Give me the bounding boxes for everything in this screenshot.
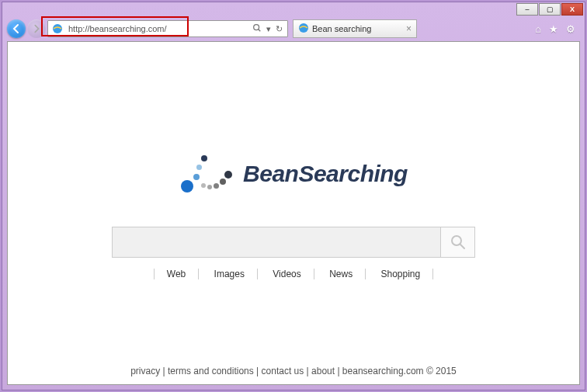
favorites-icon[interactable]: ★	[549, 23, 558, 35]
logo-graphic	[179, 151, 234, 197]
dropdown-icon[interactable]: ▾	[266, 24, 271, 34]
browser-tab[interactable]: Bean searching ×	[293, 19, 417, 38]
toolbar-right-icons: ⌂ ★ ⚙	[535, 23, 580, 35]
tab-title: Bean searching	[312, 24, 371, 33]
search-input[interactable]	[112, 227, 441, 258]
nav-news[interactable]: News	[317, 269, 366, 279]
logo-area: BeanSearching	[8, 151, 579, 197]
nav-web[interactable]: Web	[154, 269, 199, 279]
search-row	[112, 227, 475, 258]
search-button[interactable]	[441, 227, 475, 258]
search-icon[interactable]	[252, 23, 262, 34]
forward-button[interactable]	[27, 19, 46, 38]
svg-line-5	[460, 245, 464, 248]
footer-contact[interactable]: contact us	[262, 366, 304, 376]
minimize-button[interactable]: –	[516, 3, 538, 16]
maximize-button[interactable]: ▢	[539, 3, 561, 16]
browser-window: – ▢ X http://beansearching.com/ ▾ ↻	[2, 2, 585, 390]
arrow-right-icon	[32, 24, 41, 33]
url-text[interactable]: http://beansearching.com/	[67, 24, 248, 33]
close-button[interactable]: X	[561, 3, 583, 16]
footer-about[interactable]: about	[311, 366, 335, 376]
svg-point-4	[452, 236, 461, 245]
nav-images[interactable]: Images	[202, 269, 258, 279]
magnifier-icon	[450, 234, 466, 250]
footer-terms[interactable]: terms and conditions	[168, 366, 254, 376]
ie-logo-icon	[51, 23, 64, 35]
category-nav: Web Images Videos News Shopping	[8, 269, 579, 279]
arrow-left-icon	[11, 23, 22, 34]
footer-privacy[interactable]: privacy	[130, 366, 160, 376]
browser-toolbar: http://beansearching.com/ ▾ ↻ Bean searc…	[2, 18, 585, 40]
logo-text: BeanSearching	[243, 161, 408, 187]
tools-icon[interactable]: ⚙	[566, 23, 575, 35]
footer-copyright: beansearching.com © 2015	[342, 366, 457, 376]
address-bar-controls: ▾ ↻	[248, 23, 287, 34]
footer: privacy | terms and conditions | contact…	[8, 366, 579, 376]
svg-line-2	[259, 29, 261, 32]
ie-tab-icon	[298, 23, 309, 35]
tab-close-button[interactable]: ×	[406, 23, 412, 34]
address-bar[interactable]: http://beansearching.com/ ▾ ↻	[47, 20, 288, 37]
svg-point-1	[254, 25, 259, 30]
home-icon[interactable]: ⌂	[535, 23, 541, 35]
back-button[interactable]	[7, 19, 26, 38]
title-bar: – ▢ X	[2, 2, 585, 18]
page-content: BeanSearching Web Images Videos News Sho…	[7, 41, 580, 385]
nav-shopping[interactable]: Shopping	[368, 269, 433, 279]
nav-videos[interactable]: Videos	[260, 269, 314, 279]
refresh-icon[interactable]: ↻	[276, 24, 283, 34]
